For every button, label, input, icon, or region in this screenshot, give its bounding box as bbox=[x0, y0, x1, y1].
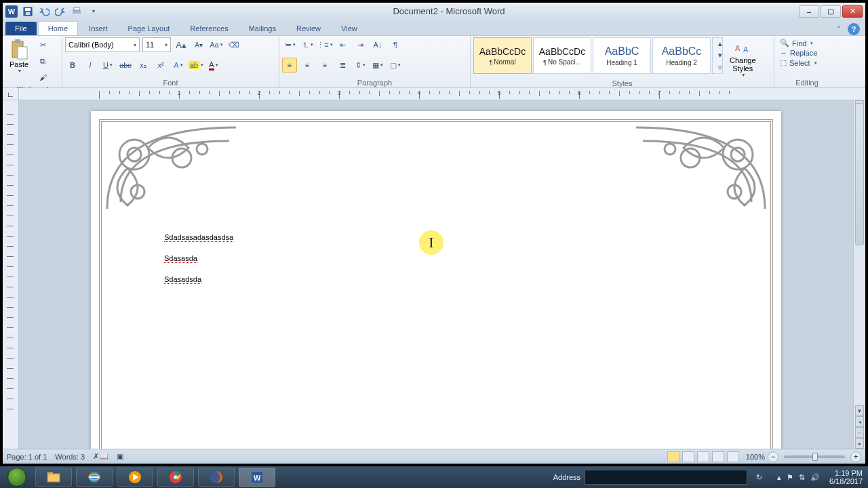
tray-chevron-icon[interactable]: ▴ bbox=[777, 473, 781, 482]
tray-flag-icon[interactable]: ⚑ bbox=[787, 473, 793, 482]
font-color-icon[interactable]: A▾ bbox=[206, 58, 221, 73]
styles-gallery[interactable]: AaBbCcDc Normal AaBbCcDc No Spaci... AaB… bbox=[473, 37, 723, 74]
font-size-combo[interactable]: 11▾ bbox=[142, 37, 171, 52]
style-heading-1[interactable]: AaBbC Heading 1 bbox=[593, 37, 651, 74]
zoom-slider-knob[interactable] bbox=[812, 453, 818, 461]
qat-customize-icon[interactable]: ▼ bbox=[87, 5, 99, 18]
underline-button[interactable]: U▾ bbox=[100, 58, 115, 73]
address-go-icon[interactable]: ↻ bbox=[751, 470, 766, 485]
redo-icon[interactable] bbox=[54, 5, 66, 18]
replace-button[interactable]: ↔Replace bbox=[777, 49, 820, 57]
style-no-spacing[interactable]: AaBbCcDc No Spaci... bbox=[533, 37, 591, 74]
taskbar-word[interactable]: W bbox=[239, 468, 275, 487]
select-button[interactable]: ⬚Select▾ bbox=[777, 58, 820, 67]
sort-icon[interactable]: A↓ bbox=[370, 37, 385, 52]
highlight-icon[interactable]: ab▾ bbox=[189, 58, 203, 73]
subscript-button[interactable]: x₂ bbox=[136, 58, 151, 73]
minimize-ribbon-icon[interactable]: ˅ bbox=[833, 23, 845, 35]
style-heading-2[interactable]: AaBbCc Heading 2 bbox=[652, 37, 711, 74]
taskbar-ie[interactable] bbox=[76, 468, 113, 487]
tab-selector[interactable]: ∟ bbox=[3, 88, 19, 100]
tab-references[interactable]: References bbox=[180, 22, 237, 35]
scrollbar-thumb[interactable] bbox=[855, 103, 864, 245]
browse-object-button[interactable]: ○ bbox=[855, 427, 864, 438]
style-normal[interactable]: AaBbCcDc Normal bbox=[473, 37, 532, 74]
format-painter-icon[interactable]: 🖌 bbox=[35, 70, 50, 85]
macro-record-icon[interactable]: ▣ bbox=[117, 452, 123, 461]
tray-clock[interactable]: 1:19 PM 6/18/2017 bbox=[829, 469, 863, 485]
vertical-ruler[interactable] bbox=[3, 100, 19, 449]
decrease-indent-icon[interactable]: ⇤ bbox=[335, 37, 350, 52]
print-preview-icon[interactable] bbox=[71, 5, 83, 18]
tray-volume-icon[interactable]: 🔊 bbox=[810, 473, 820, 482]
copy-icon[interactable]: ⧉ bbox=[35, 54, 50, 68]
show-marks-icon[interactable]: ¶ bbox=[388, 37, 403, 52]
zoom-out-button[interactable]: − bbox=[768, 451, 778, 462]
paste-button[interactable]: Paste ▼ bbox=[5, 37, 33, 75]
undo-icon[interactable] bbox=[38, 5, 50, 18]
cut-icon[interactable]: ✂ bbox=[35, 37, 50, 52]
page[interactable]: Sdadsasadasdasdsa Sdasasda Sdasadsda I bbox=[91, 111, 781, 449]
change-case-icon[interactable]: Aa▾ bbox=[209, 37, 224, 52]
bullets-icon[interactable]: ≔▾ bbox=[282, 37, 297, 52]
tab-review[interactable]: Review bbox=[287, 22, 330, 35]
help-icon[interactable]: ? bbox=[848, 23, 860, 35]
justify-button[interactable]: ≣ bbox=[335, 58, 350, 73]
taskbar-media-player[interactable] bbox=[117, 468, 153, 487]
tab-page-layout[interactable]: Page Layout bbox=[119, 22, 180, 35]
proofing-icon[interactable]: ✗📖 bbox=[93, 452, 108, 461]
scroll-down-button[interactable]: ▼ bbox=[855, 405, 864, 416]
prev-page-button[interactable]: ◂ bbox=[855, 416, 864, 427]
change-styles-button[interactable]: AA ChangeStyles ▼ bbox=[726, 37, 760, 79]
clear-formatting-icon[interactable]: ⌫ bbox=[226, 37, 241, 52]
tab-mailings[interactable]: Mailings bbox=[239, 22, 285, 35]
close-button[interactable]: ✕ bbox=[842, 5, 863, 18]
zoom-level[interactable]: 100% bbox=[746, 453, 765, 461]
text-effects-icon[interactable]: A▾ bbox=[171, 58, 186, 73]
address-input[interactable] bbox=[585, 470, 747, 485]
increase-indent-icon[interactable]: ⇥ bbox=[353, 37, 368, 52]
view-print-layout[interactable] bbox=[667, 451, 679, 462]
grow-font-icon[interactable]: A▴ bbox=[174, 37, 189, 52]
bold-button[interactable]: B bbox=[65, 58, 80, 73]
next-page-button[interactable]: ▸ bbox=[855, 438, 864, 449]
minimize-button[interactable]: – bbox=[799, 5, 819, 18]
taskbar-firefox[interactable] bbox=[198, 468, 235, 487]
italic-button[interactable]: I bbox=[83, 58, 98, 73]
taskbar-explorer[interactable] bbox=[35, 468, 72, 487]
view-outline[interactable] bbox=[712, 451, 724, 462]
maximize-button[interactable]: ▢ bbox=[821, 5, 841, 18]
ruler-toggle-icon[interactable] bbox=[853, 88, 865, 100]
font-name-combo[interactable]: Calibri (Body)▾ bbox=[65, 37, 140, 52]
align-left-button[interactable]: ≡ bbox=[282, 58, 297, 73]
start-button[interactable] bbox=[3, 466, 31, 488]
find-button[interactable]: 🔍Find▾ bbox=[777, 39, 820, 47]
superscript-button[interactable]: x² bbox=[153, 58, 168, 73]
tray-network-icon[interactable]: ⇅ bbox=[799, 473, 805, 482]
line-spacing-icon[interactable]: ⇕▾ bbox=[353, 58, 368, 73]
word-count[interactable]: Words: 3 bbox=[55, 453, 85, 461]
view-web-layout[interactable] bbox=[697, 451, 709, 462]
align-center-button[interactable]: ≡ bbox=[300, 58, 315, 73]
page-canvas[interactable]: Sdadsasadasdasdsa Sdasasda Sdasadsda I bbox=[19, 100, 853, 449]
view-draft[interactable] bbox=[727, 451, 739, 462]
borders-icon[interactable]: ▢▾ bbox=[388, 58, 403, 73]
align-right-button[interactable]: ≡ bbox=[317, 58, 332, 73]
shrink-font-icon[interactable]: A▾ bbox=[191, 37, 206, 52]
zoom-slider[interactable] bbox=[784, 455, 845, 458]
numbering-icon[interactable]: ⒈▾ bbox=[300, 37, 315, 52]
tab-home[interactable]: Home bbox=[38, 21, 78, 35]
page-indicator[interactable]: Page: 1 of 1 bbox=[7, 453, 47, 461]
multilevel-list-icon[interactable]: ⋮≡▾ bbox=[317, 37, 332, 52]
horizontal-ruler[interactable]: 1234567 bbox=[19, 88, 853, 100]
strike-button[interactable]: abc bbox=[118, 58, 133, 73]
shading-icon[interactable]: ▦▾ bbox=[370, 58, 385, 73]
taskbar-chrome[interactable] bbox=[157, 468, 194, 487]
tab-insert[interactable]: Insert bbox=[79, 22, 117, 35]
view-full-screen[interactable] bbox=[682, 451, 694, 462]
save-icon[interactable] bbox=[22, 5, 34, 18]
tab-file[interactable]: File bbox=[5, 22, 37, 35]
tab-view[interactable]: View bbox=[332, 22, 367, 35]
vertical-scrollbar[interactable]: ▲ ▼ ◂ ○ ▸ bbox=[853, 100, 865, 449]
zoom-in-button[interactable]: + bbox=[850, 451, 861, 462]
